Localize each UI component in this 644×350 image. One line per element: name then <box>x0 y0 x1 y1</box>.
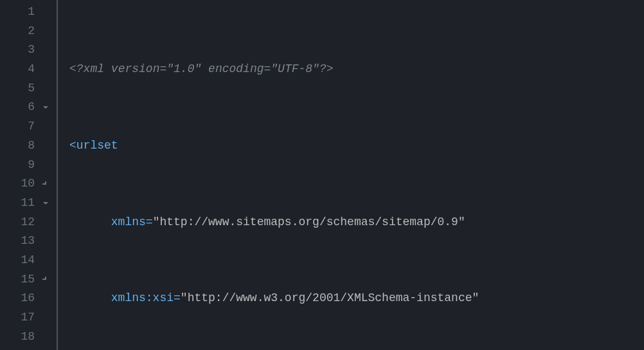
line-number: 10 <box>15 174 35 194</box>
encoding-value: "UTF-8" <box>271 60 319 79</box>
line-number: 11 <box>15 194 35 213</box>
gutter-line: 13 <box>0 232 57 251</box>
line-number-gutter: 123456789101112131415161718 <box>0 0 58 350</box>
attr-xmlns: xmlns <box>111 213 146 232</box>
gutter-line: 11 <box>0 194 57 213</box>
line-number: 4 <box>15 60 35 79</box>
line-number: 14 <box>15 251 35 270</box>
line-number: 2 <box>15 22 35 41</box>
gutter-line: 2 <box>0 22 57 41</box>
gutter-line: 14 <box>0 251 57 270</box>
gutter-line: 7 <box>0 117 57 136</box>
code-line[interactable]: <?xml version="1.0" encoding="UTF-8"?> <box>69 60 479 79</box>
xml-proc-open: <? <box>69 60 84 79</box>
gutter-line: 5 <box>0 79 57 98</box>
fold-open-icon[interactable] <box>40 104 51 111</box>
code-line[interactable]: <urlset <box>69 136 479 156</box>
gutter-line: 4 <box>0 60 57 79</box>
line-number: 17 <box>15 308 35 327</box>
gutter-line: 12 <box>0 213 57 232</box>
line-number: 8 <box>15 136 35 156</box>
gutter-line: 9 <box>0 156 57 175</box>
gutter-line: 17 <box>0 308 57 327</box>
line-number: 13 <box>15 232 35 251</box>
code-line[interactable]: xmlns:xsi="http://www.w3.org/2001/XMLSch… <box>69 289 479 308</box>
line-number: 6 <box>15 98 35 117</box>
xml-proc-close: ?> <box>319 60 334 79</box>
line-number: 7 <box>15 117 35 136</box>
line-number: 18 <box>15 327 35 347</box>
line-number: 9 <box>15 156 35 175</box>
gutter-line: 3 <box>0 41 57 60</box>
code-area[interactable]: <?xml version="1.0" encoding="UTF-8"?> <… <box>58 0 479 350</box>
gutter-line: 8 <box>0 136 57 156</box>
line-number: 1 <box>15 3 35 22</box>
tag-urlset: urlset <box>76 136 118 156</box>
attr-xmlns-xsi: xmlns:xsi <box>111 289 174 308</box>
line-number: 15 <box>15 270 35 290</box>
gutter-line: 10 <box>0 174 57 194</box>
attr-encoding: encoding <box>208 60 264 79</box>
fold-close-icon[interactable] <box>40 181 51 187</box>
gutter-line: 16 <box>0 289 57 308</box>
xmlns-xsi-value: "http://www.w3.org/2001/XMLSchema-instan… <box>181 289 479 308</box>
fold-open-icon[interactable] <box>40 200 51 207</box>
gutter-line: 18 <box>0 327 57 347</box>
version-value: "1.0" <box>166 60 208 79</box>
code-editor: 123456789101112131415161718 <?xml versio… <box>0 0 644 350</box>
xml-proc-name: xml <box>84 60 111 79</box>
line-number: 16 <box>15 289 35 308</box>
gutter-line: 1 <box>0 3 57 22</box>
xmlns-value: "http://www.sitemaps.org/schemas/sitemap… <box>153 213 465 232</box>
line-number: 5 <box>15 79 35 98</box>
gutter-line: 15 <box>0 270 57 290</box>
line-number: 12 <box>15 213 35 232</box>
code-line[interactable]: xmlns="http://www.sitemaps.org/schemas/s… <box>69 213 479 232</box>
fold-close-icon[interactable] <box>40 276 51 282</box>
attr-version: version <box>111 60 160 79</box>
line-number: 3 <box>15 41 35 60</box>
gutter-line: 6 <box>0 98 57 117</box>
